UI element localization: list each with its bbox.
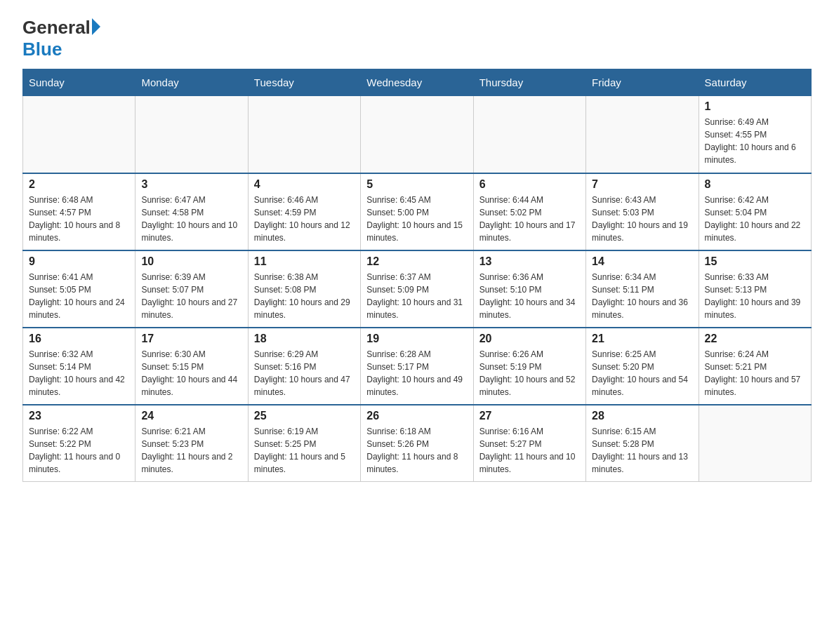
day-info: Sunrise: 6:43 AMSunset: 5:03 PMDaylight:… [592,194,692,244]
day-info: Sunrise: 6:47 AMSunset: 4:58 PMDaylight:… [141,194,241,244]
logo: General Blue [22,17,100,60]
day-number: 14 [592,255,692,268]
day-number: 26 [366,410,467,422]
day-info: Sunrise: 6:48 AMSunset: 4:57 PMDaylight:… [29,194,129,244]
calendar-day-cell [135,96,248,173]
calendar-week-row: 16Sunrise: 6:32 AMSunset: 5:14 PMDayligh… [23,328,812,405]
day-number: 2 [29,178,129,191]
calendar-day-cell: 4Sunrise: 6:46 AMSunset: 4:59 PMDaylight… [248,173,360,250]
day-number: 10 [141,255,241,268]
calendar-day-cell: 9Sunrise: 6:41 AMSunset: 5:05 PMDaylight… [23,250,135,328]
calendar-day-cell: 12Sunrise: 6:37 AMSunset: 5:09 PMDayligh… [361,250,473,328]
calendar-day-cell [248,96,360,173]
day-number: 23 [29,410,129,422]
day-number: 25 [254,410,355,422]
day-info: Sunrise: 6:42 AMSunset: 5:04 PMDaylight:… [705,194,805,244]
day-number: 6 [479,178,580,191]
day-number: 27 [479,410,580,422]
day-info: Sunrise: 6:44 AMSunset: 5:02 PMDaylight:… [479,194,580,244]
day-info: Sunrise: 6:29 AMSunset: 5:16 PMDaylight:… [254,348,355,398]
day-number: 7 [592,178,692,191]
calendar-day-cell: 7Sunrise: 6:43 AMSunset: 5:03 PMDaylight… [586,173,699,250]
day-info: Sunrise: 6:37 AMSunset: 5:09 PMDaylight:… [366,271,467,321]
calendar-week-row: 2Sunrise: 6:48 AMSunset: 4:57 PMDaylight… [23,173,812,250]
calendar-day-cell: 28Sunrise: 6:15 AMSunset: 5:28 PMDayligh… [586,405,699,482]
calendar-day-cell: 26Sunrise: 6:18 AMSunset: 5:26 PMDayligh… [361,405,473,482]
calendar-day-cell [23,96,135,173]
day-number: 16 [29,333,129,345]
day-info: Sunrise: 6:39 AMSunset: 5:07 PMDaylight:… [141,271,241,321]
day-number: 15 [705,255,805,268]
day-number: 11 [254,255,355,268]
day-number: 1 [705,100,805,113]
day-number: 21 [592,333,692,345]
calendar-day-cell: 16Sunrise: 6:32 AMSunset: 5:14 PMDayligh… [23,328,135,405]
calendar-day-cell: 2Sunrise: 6:48 AMSunset: 4:57 PMDaylight… [23,173,135,250]
day-number: 19 [366,333,467,345]
calendar-day-cell [361,96,473,173]
calendar-week-row: 23Sunrise: 6:22 AMSunset: 5:22 PMDayligh… [23,405,812,482]
calendar-day-cell: 11Sunrise: 6:38 AMSunset: 5:08 PMDayligh… [248,250,360,328]
day-number: 5 [366,178,467,191]
day-info: Sunrise: 6:24 AMSunset: 5:21 PMDaylight:… [705,348,805,398]
day-info: Sunrise: 6:25 AMSunset: 5:20 PMDaylight:… [592,348,692,398]
day-info: Sunrise: 6:38 AMSunset: 5:08 PMDaylight:… [254,271,355,321]
day-info: Sunrise: 6:34 AMSunset: 5:11 PMDaylight:… [592,271,692,321]
day-info: Sunrise: 6:33 AMSunset: 5:13 PMDaylight:… [705,271,805,321]
day-info: Sunrise: 6:46 AMSunset: 4:59 PMDaylight:… [254,194,355,244]
day-number: 17 [141,333,241,345]
logo-arrow-icon [92,18,100,35]
calendar-day-cell: 10Sunrise: 6:39 AMSunset: 5:07 PMDayligh… [135,250,248,328]
day-number: 24 [141,410,241,422]
weekday-header-sunday: Sunday [23,69,135,96]
calendar-day-cell: 1Sunrise: 6:49 AMSunset: 4:55 PMDaylight… [699,96,811,173]
weekday-header-friday: Friday [586,69,699,96]
calendar-day-cell: 22Sunrise: 6:24 AMSunset: 5:21 PMDayligh… [699,328,811,405]
day-info: Sunrise: 6:49 AMSunset: 4:55 PMDaylight:… [705,116,805,166]
day-number: 3 [141,178,241,191]
calendar-day-cell: 18Sunrise: 6:29 AMSunset: 5:16 PMDayligh… [248,328,360,405]
day-info: Sunrise: 6:28 AMSunset: 5:17 PMDaylight:… [366,348,467,398]
calendar-day-cell: 27Sunrise: 6:16 AMSunset: 5:27 PMDayligh… [473,405,585,482]
calendar-day-cell: 25Sunrise: 6:19 AMSunset: 5:25 PMDayligh… [248,405,360,482]
calendar-day-cell [699,405,811,482]
weekday-header-tuesday: Tuesday [248,69,360,96]
logo-blue-text: Blue [22,39,100,60]
day-info: Sunrise: 6:21 AMSunset: 5:23 PMDaylight:… [141,425,241,476]
calendar-day-cell: 20Sunrise: 6:26 AMSunset: 5:19 PMDayligh… [473,328,585,405]
day-number: 22 [705,333,805,345]
day-number: 20 [479,333,580,345]
calendar-day-cell: 23Sunrise: 6:22 AMSunset: 5:22 PMDayligh… [23,405,135,482]
calendar-week-row: 9Sunrise: 6:41 AMSunset: 5:05 PMDaylight… [23,250,812,328]
calendar-day-cell: 5Sunrise: 6:45 AMSunset: 5:00 PMDaylight… [361,173,473,250]
day-number: 9 [29,255,129,268]
calendar-table: SundayMondayTuesdayWednesdayThursdayFrid… [22,69,812,482]
day-info: Sunrise: 6:22 AMSunset: 5:22 PMDaylight:… [29,425,129,476]
day-info: Sunrise: 6:36 AMSunset: 5:10 PMDaylight:… [479,271,580,321]
day-info: Sunrise: 6:15 AMSunset: 5:28 PMDaylight:… [592,425,692,476]
day-info: Sunrise: 6:45 AMSunset: 5:00 PMDaylight:… [366,194,467,244]
day-number: 12 [366,255,467,268]
day-number: 8 [705,178,805,191]
weekday-header-monday: Monday [135,69,248,96]
calendar-day-cell: 17Sunrise: 6:30 AMSunset: 5:15 PMDayligh… [135,328,248,405]
calendar-day-cell [473,96,585,173]
calendar-day-cell [586,96,699,173]
day-number: 18 [254,333,355,345]
calendar-day-cell: 24Sunrise: 6:21 AMSunset: 5:23 PMDayligh… [135,405,248,482]
day-info: Sunrise: 6:16 AMSunset: 5:27 PMDaylight:… [479,425,580,476]
calendar-day-cell: 6Sunrise: 6:44 AMSunset: 5:02 PMDaylight… [473,173,585,250]
calendar-day-cell: 14Sunrise: 6:34 AMSunset: 5:11 PMDayligh… [586,250,699,328]
page-header: General Blue [22,17,812,60]
calendar-day-cell: 3Sunrise: 6:47 AMSunset: 4:58 PMDaylight… [135,173,248,250]
day-number: 4 [254,178,355,191]
weekday-header-wednesday: Wednesday [361,69,473,96]
calendar-day-cell: 13Sunrise: 6:36 AMSunset: 5:10 PMDayligh… [473,250,585,328]
day-info: Sunrise: 6:19 AMSunset: 5:25 PMDaylight:… [254,425,355,476]
calendar-day-cell: 19Sunrise: 6:28 AMSunset: 5:17 PMDayligh… [361,328,473,405]
calendar-week-row: 1Sunrise: 6:49 AMSunset: 4:55 PMDaylight… [23,96,812,173]
weekday-header-thursday: Thursday [473,69,585,96]
calendar-day-cell: 15Sunrise: 6:33 AMSunset: 5:13 PMDayligh… [699,250,811,328]
calendar-day-cell: 8Sunrise: 6:42 AMSunset: 5:04 PMDaylight… [699,173,811,250]
day-info: Sunrise: 6:18 AMSunset: 5:26 PMDaylight:… [366,425,467,476]
